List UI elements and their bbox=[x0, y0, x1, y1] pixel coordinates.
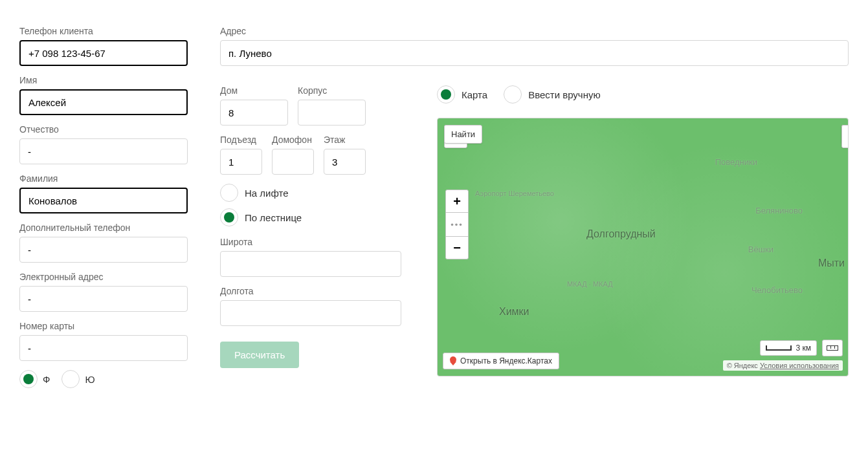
map-find-button[interactable]: Найти bbox=[444, 125, 482, 144]
map-place-airport: Аэропорт Шереметьево bbox=[475, 190, 554, 197]
extra-phone-input[interactable] bbox=[19, 237, 188, 263]
map-terms-link[interactable]: Условия использования bbox=[760, 362, 839, 369]
map-mode-map-radio[interactable] bbox=[437, 85, 455, 104]
client-type-f-label: Ф bbox=[43, 374, 50, 385]
extra-phone-label: Дополнительный телефон bbox=[19, 223, 188, 233]
client-type-u-label: Ю bbox=[85, 374, 95, 385]
client-type-u-radio[interactable] bbox=[61, 370, 80, 388]
stairs-label: По лестнице bbox=[245, 212, 302, 223]
map-open-yandex-link[interactable]: Открыть в Яндекс.Картах bbox=[443, 353, 559, 369]
map-copyright: © Яндекс Условия использования bbox=[723, 360, 843, 371]
intercom-label: Домофон bbox=[272, 135, 314, 145]
email-input[interactable] bbox=[19, 286, 188, 312]
floor-label: Этаж bbox=[324, 135, 366, 145]
map-zoom-slider[interactable]: ••• bbox=[445, 213, 469, 236]
floor-input[interactable] bbox=[324, 149, 366, 175]
lat-label: Широта bbox=[220, 237, 401, 247]
map-place-khimki: Химки bbox=[499, 306, 529, 318]
map-ruler-button[interactable] bbox=[822, 340, 843, 356]
ruler-icon bbox=[827, 345, 838, 351]
map-zoom-in-button[interactable]: + bbox=[445, 190, 469, 213]
map-mkad: МКАД · МКАД bbox=[567, 280, 613, 288]
address-input[interactable] bbox=[220, 40, 849, 66]
email-label: Электронный адрес bbox=[19, 272, 188, 282]
map-scale-indicator: 3 км bbox=[760, 340, 817, 356]
intercom-input[interactable] bbox=[272, 149, 314, 175]
surname-input[interactable] bbox=[19, 188, 188, 213]
card-label: Номер карты bbox=[19, 321, 188, 331]
map-place-povedniki: Поведники bbox=[715, 157, 757, 167]
map-place-vyoshki: Вёшки bbox=[748, 245, 773, 254]
map-widget[interactable]: Долгопрудный Химки Мыти Поведники Беляни… bbox=[437, 118, 849, 376]
map-fullscreen-button[interactable]: ⤢ bbox=[841, 125, 849, 148]
address-label: Адрес bbox=[220, 26, 849, 36]
map-scale-text: 3 км bbox=[796, 344, 811, 353]
name-input[interactable] bbox=[19, 89, 188, 115]
lat-input[interactable] bbox=[220, 251, 401, 277]
map-mode-manual-label: Ввести вручную bbox=[528, 89, 601, 100]
map-place-myti: Мыти bbox=[818, 257, 845, 269]
house-label: Дом bbox=[220, 85, 288, 96]
map-mode-map-label: Карта bbox=[462, 89, 487, 100]
entrance-input[interactable] bbox=[220, 149, 262, 175]
map-place-chelobitevo: Челобитьево bbox=[751, 285, 803, 295]
map-pin-icon bbox=[450, 356, 456, 365]
lon-label: Долгота bbox=[220, 286, 401, 296]
patronymic-input[interactable] bbox=[19, 138, 188, 164]
map-open-yandex-label: Открыть в Яндекс.Картах bbox=[460, 356, 552, 365]
map-mode-manual-radio[interactable] bbox=[504, 85, 522, 104]
client-type-f-radio[interactable] bbox=[19, 370, 38, 388]
stairs-radio[interactable] bbox=[220, 208, 238, 226]
lift-label: На лифте bbox=[245, 188, 289, 199]
patronymic-label: Отчество bbox=[19, 124, 188, 135]
name-label: Имя bbox=[19, 75, 188, 85]
house-input[interactable] bbox=[220, 100, 288, 125]
lon-input[interactable] bbox=[220, 300, 401, 326]
calculate-button[interactable]: Рассчитать bbox=[220, 342, 299, 368]
phone-input[interactable] bbox=[19, 40, 188, 66]
surname-label: Фамилия bbox=[19, 173, 188, 184]
map-place-dolgoprudny: Долгопрудный bbox=[586, 228, 656, 240]
scale-bar-icon bbox=[766, 345, 792, 351]
map-place-belyaninovo: Беляниново bbox=[755, 206, 803, 215]
phone-label: Телефон клиента bbox=[19, 26, 188, 36]
korpus-input[interactable] bbox=[298, 100, 366, 125]
map-zoom-out-button[interactable]: − bbox=[445, 236, 469, 259]
lift-radio[interactable] bbox=[220, 184, 238, 202]
entrance-label: Подъезд bbox=[220, 135, 262, 145]
card-input[interactable] bbox=[19, 335, 188, 361]
korpus-label: Корпус bbox=[298, 85, 366, 96]
map-copyright-text: © Яндекс bbox=[727, 362, 760, 369]
